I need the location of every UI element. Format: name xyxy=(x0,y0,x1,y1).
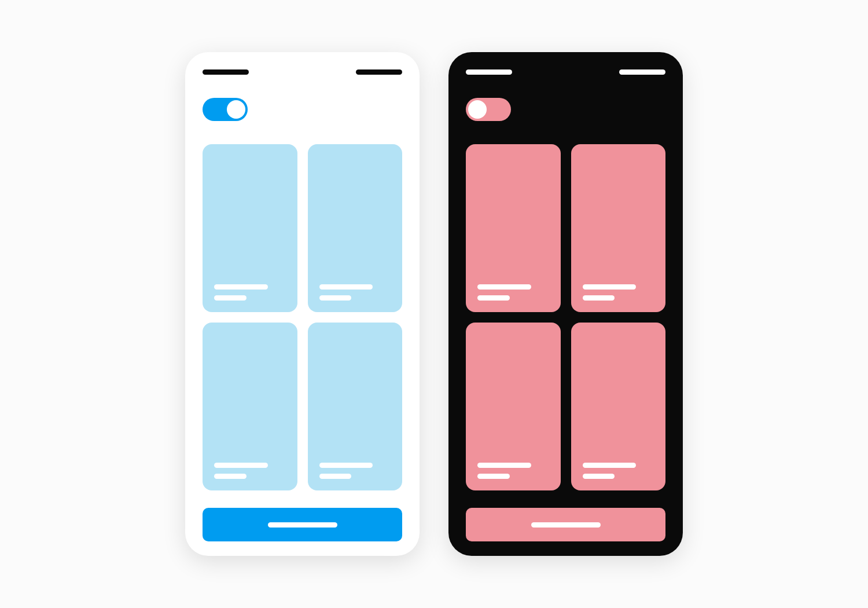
button-label-placeholder xyxy=(268,522,337,528)
primary-button[interactable] xyxy=(466,508,665,541)
card-subtitle-placeholder xyxy=(477,474,510,479)
toggle-row xyxy=(466,98,665,121)
card-item[interactable] xyxy=(308,144,403,312)
card-item[interactable] xyxy=(203,144,297,312)
toggle-knob-icon xyxy=(227,100,245,119)
card-item[interactable] xyxy=(308,323,403,490)
phone-mockup-dark xyxy=(448,52,683,556)
status-right-icon xyxy=(619,69,665,75)
card-subtitle-placeholder xyxy=(583,474,615,479)
card-title-placeholder xyxy=(319,463,373,468)
theme-toggle[interactable] xyxy=(203,98,248,121)
toggle-row xyxy=(203,98,402,121)
theme-toggle[interactable] xyxy=(466,98,511,121)
card-subtitle-placeholder xyxy=(583,295,615,301)
button-label-placeholder xyxy=(531,522,601,528)
cards-grid xyxy=(466,144,665,490)
card-title-placeholder xyxy=(477,463,531,468)
card-item[interactable] xyxy=(571,144,666,312)
card-item[interactable] xyxy=(571,323,666,490)
card-subtitle-placeholder xyxy=(477,295,510,301)
cards-grid xyxy=(203,144,402,490)
card-item[interactable] xyxy=(466,323,561,490)
card-item[interactable] xyxy=(466,144,561,312)
primary-button[interactable] xyxy=(203,508,402,541)
card-title-placeholder xyxy=(477,284,531,290)
card-subtitle-placeholder xyxy=(214,295,247,301)
card-title-placeholder xyxy=(214,284,268,290)
toggle-knob-icon xyxy=(468,100,487,119)
card-subtitle-placeholder xyxy=(214,474,247,479)
card-title-placeholder xyxy=(214,463,268,468)
status-left-icon xyxy=(466,69,512,75)
status-left-icon xyxy=(203,69,249,75)
card-title-placeholder xyxy=(583,284,637,290)
card-title-placeholder xyxy=(319,284,373,290)
status-bar xyxy=(203,69,402,75)
status-bar xyxy=(466,69,665,75)
card-subtitle-placeholder xyxy=(319,295,352,301)
phone-mockup-light xyxy=(185,52,420,556)
status-right-icon xyxy=(356,69,402,75)
card-title-placeholder xyxy=(583,463,637,468)
card-item[interactable] xyxy=(203,323,297,490)
card-subtitle-placeholder xyxy=(319,474,352,479)
